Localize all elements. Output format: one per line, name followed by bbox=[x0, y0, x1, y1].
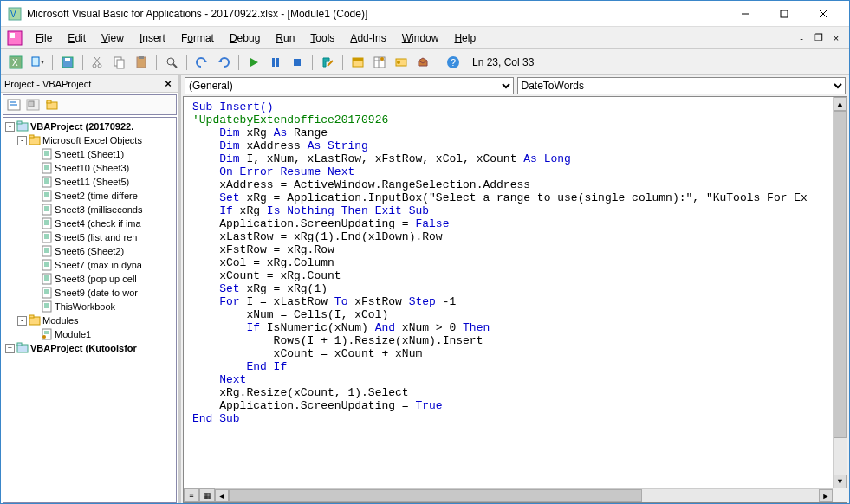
procedure-view-button[interactable]: ≡ bbox=[184, 488, 199, 502]
svg-rect-19 bbox=[117, 60, 124, 68]
svg-rect-67 bbox=[42, 191, 51, 201]
menu-format[interactable]: Format bbox=[174, 29, 221, 47]
properties-button[interactable] bbox=[370, 53, 389, 72]
undo-button[interactable] bbox=[192, 53, 211, 72]
menu-run[interactable]: Run bbox=[269, 29, 302, 47]
horizontal-scrollbar[interactable]: ◄ ► bbox=[184, 488, 833, 502]
scroll-right-button[interactable]: ► bbox=[819, 489, 833, 502]
toolbox-button[interactable] bbox=[413, 53, 432, 72]
menu-addins[interactable]: Add-Ins bbox=[343, 29, 393, 47]
tree-sheet-item[interactable]: Sheet4 (check if ima bbox=[5, 216, 174, 230]
window-close-button[interactable] bbox=[803, 2, 842, 26]
scroll-down-button[interactable]: ▼ bbox=[834, 475, 847, 488]
vertical-scrollbar[interactable]: ▲ ▼ bbox=[833, 97, 847, 488]
object-browser-button[interactable] bbox=[392, 53, 411, 72]
svg-rect-29 bbox=[294, 59, 301, 66]
break-button[interactable] bbox=[266, 53, 285, 72]
svg-marker-26 bbox=[250, 58, 258, 67]
tree-sheet-item[interactable]: Sheet7 (max in dyna bbox=[5, 258, 174, 272]
view-excel-button[interactable]: X bbox=[6, 53, 25, 72]
tree-sheet-item[interactable]: Sheet6 (Sheet2) bbox=[5, 244, 174, 258]
tree-sheet-item[interactable]: Sheet11 (Sheet5) bbox=[5, 175, 174, 189]
insert-dropdown-button[interactable] bbox=[28, 53, 47, 72]
code-panel: (General) DateToWords Sub Insert() 'Upda… bbox=[181, 75, 849, 504]
menubar: File Edit View Insert Format Debug Run T… bbox=[1, 27, 849, 49]
redo-button[interactable] bbox=[214, 53, 233, 72]
tree-excel-objects-folder[interactable]: -Microsoft Excel Objects bbox=[5, 133, 174, 147]
tree-modules-folder[interactable]: -Modules bbox=[5, 313, 174, 327]
svg-marker-11 bbox=[41, 61, 44, 64]
svg-rect-75 bbox=[42, 218, 51, 229]
svg-rect-54 bbox=[29, 135, 34, 138]
project-tree[interactable]: -VBAProject (20170922. -Microsoft Excel … bbox=[3, 117, 177, 503]
svg-rect-104 bbox=[29, 315, 34, 318]
copy-button[interactable] bbox=[110, 53, 129, 72]
svg-text:V: V bbox=[10, 10, 16, 19]
tree-project-kutools[interactable]: +VBAProject (Kutoolsfor bbox=[5, 341, 174, 355]
toolbar: X ? Ln 23, Col 33 bbox=[1, 49, 849, 75]
menu-insert[interactable]: Insert bbox=[133, 29, 172, 47]
tree-sheet-item[interactable]: Sheet3 (milliseconds bbox=[5, 203, 174, 216]
full-module-view-button[interactable]: ▦ bbox=[199, 488, 215, 502]
tree-sheet-item[interactable]: Sheet9 (date to wor bbox=[5, 286, 174, 300]
reset-button[interactable] bbox=[288, 53, 307, 72]
menu-tools[interactable]: Tools bbox=[303, 29, 341, 47]
cut-button[interactable] bbox=[88, 53, 107, 72]
tree-module1[interactable]: Module1 bbox=[5, 327, 174, 341]
menu-debug[interactable]: Debug bbox=[223, 29, 267, 47]
menu-help[interactable]: Help bbox=[447, 29, 483, 47]
tree-sheet-item[interactable]: Sheet1 (Sheet1) bbox=[5, 147, 174, 161]
project-panel-close-button[interactable]: × bbox=[161, 77, 175, 91]
menu-window[interactable]: Window bbox=[395, 29, 446, 47]
menu-view[interactable]: View bbox=[94, 29, 131, 47]
tree-project-root[interactable]: -VBAProject (20170922. bbox=[5, 120, 174, 133]
mdi-restore-button[interactable]: ❐ bbox=[811, 30, 827, 46]
svg-rect-48 bbox=[29, 101, 34, 107]
save-button[interactable] bbox=[58, 53, 77, 72]
help-button[interactable]: ? bbox=[444, 53, 463, 72]
window-minimize-button[interactable] bbox=[725, 2, 764, 26]
paste-button[interactable] bbox=[132, 53, 151, 72]
hscroll-thumb[interactable] bbox=[229, 489, 642, 502]
run-button[interactable] bbox=[244, 53, 263, 72]
vscroll-thumb[interactable] bbox=[834, 111, 847, 438]
find-button[interactable] bbox=[162, 53, 181, 72]
svg-rect-28 bbox=[276, 58, 279, 67]
expand-icon[interactable]: - bbox=[5, 122, 15, 132]
tree-sheet-item[interactable]: Sheet5 (list and ren bbox=[5, 230, 174, 244]
svg-rect-63 bbox=[42, 177, 51, 187]
svg-rect-87 bbox=[42, 260, 51, 270]
svg-rect-50 bbox=[47, 100, 51, 103]
tree-sheet-item[interactable]: Sheet10 (Sheet3) bbox=[5, 161, 174, 175]
toggle-folders-button[interactable] bbox=[43, 97, 61, 113]
svg-rect-7 bbox=[10, 33, 15, 38]
project-explorer-button[interactable] bbox=[348, 53, 367, 72]
procedure-dropdown[interactable]: DateToWords bbox=[517, 77, 847, 94]
svg-point-39 bbox=[397, 61, 400, 64]
tree-sheet-item[interactable]: Sheet2 (time differe bbox=[5, 189, 174, 203]
svg-rect-27 bbox=[272, 58, 275, 67]
svg-rect-3 bbox=[781, 10, 788, 17]
tree-sheet-item[interactable]: Sheet8 (pop up cell bbox=[5, 272, 174, 286]
svg-rect-13 bbox=[65, 58, 70, 61]
object-dropdown[interactable]: (General) bbox=[185, 77, 514, 94]
titlebar: V Microsoft Visual Basic for Application… bbox=[1, 1, 849, 27]
menu-edit[interactable]: Edit bbox=[61, 29, 93, 47]
view-object-button[interactable] bbox=[24, 97, 42, 113]
expand-icon[interactable]: - bbox=[17, 136, 27, 145]
expand-icon[interactable]: - bbox=[17, 316, 27, 326]
scroll-left-button[interactable]: ◄ bbox=[215, 489, 229, 502]
expand-icon[interactable]: + bbox=[5, 344, 15, 353]
svg-rect-33 bbox=[353, 58, 363, 61]
view-code-button[interactable] bbox=[5, 97, 23, 113]
menu-file[interactable]: File bbox=[29, 29, 59, 47]
code-editor[interactable]: Sub Insert() 'UpdatebyExtendoffice201709… bbox=[184, 97, 833, 488]
scroll-up-button[interactable]: ▲ bbox=[834, 97, 847, 111]
design-mode-button[interactable] bbox=[318, 53, 337, 72]
mdi-minimize-button[interactable]: - bbox=[794, 30, 809, 46]
window-maximize-button[interactable] bbox=[764, 2, 803, 26]
svg-point-17 bbox=[98, 64, 101, 68]
tree-sheet-item[interactable]: ThisWorkbook bbox=[5, 300, 174, 313]
svg-text:?: ? bbox=[451, 57, 456, 68]
mdi-close-button[interactable]: × bbox=[828, 30, 844, 46]
